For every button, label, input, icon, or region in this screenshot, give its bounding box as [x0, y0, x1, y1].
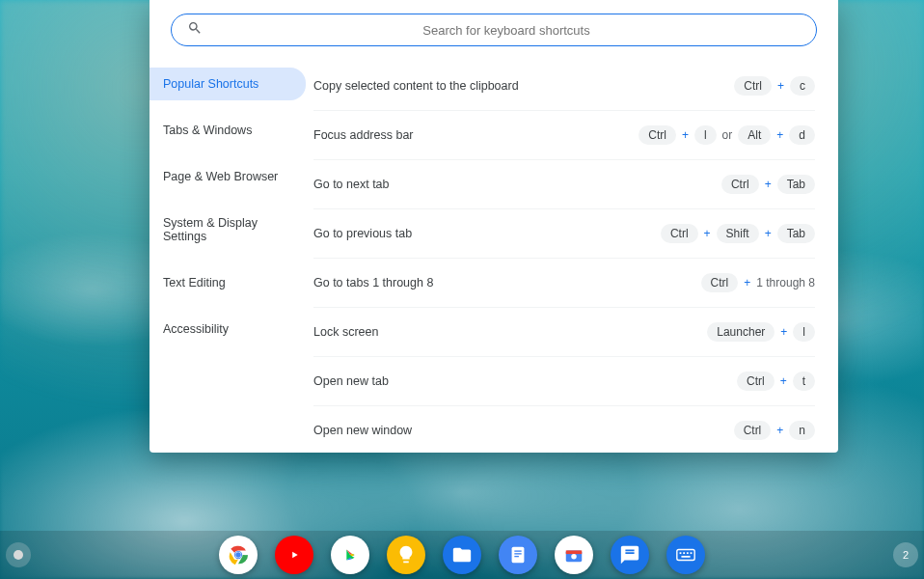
app-keep-icon[interactable]	[387, 536, 425, 574]
plus-icon: +	[704, 227, 711, 240]
svg-rect-16	[691, 552, 693, 554]
svg-rect-13	[680, 552, 682, 554]
sidebar-item-system-display-settings[interactable]: System & Display Settings	[149, 207, 306, 253]
key-badge: l	[694, 125, 717, 145]
app-keyboard-icon[interactable]	[666, 536, 705, 574]
app-messages-icon[interactable]	[611, 536, 649, 574]
key-badge: Ctrl	[721, 175, 759, 194]
plus-icon: +	[780, 374, 787, 388]
svg-rect-12	[677, 550, 694, 561]
svg-rect-17	[681, 556, 690, 558]
key-badge: Shift	[717, 224, 759, 243]
svg-rect-10	[566, 550, 583, 554]
sidebar-item-popular-shortcuts[interactable]: Popular Shortcuts	[149, 68, 306, 100]
app-docs-icon[interactable]	[499, 536, 537, 574]
key-badge: d	[789, 125, 815, 145]
shortcut-label: Open new window	[313, 424, 734, 437]
status-label: 2	[903, 549, 909, 561]
shortcut-label: Go to next tab	[313, 178, 721, 191]
svg-rect-6	[514, 550, 521, 551]
shortcut-list: Copy selected content to the clipboardCt…	[313, 54, 838, 453]
key-badge: Ctrl	[737, 372, 775, 391]
search-input[interactable]	[212, 23, 801, 38]
svg-rect-5	[512, 547, 525, 564]
key-text: 1 through 8	[756, 276, 815, 290]
shortcut-label: Go to previous tab	[313, 227, 661, 240]
app-webstore-icon[interactable]	[555, 536, 593, 574]
window-body: Popular ShortcutsTabs & WindowsPage & We…	[149, 54, 838, 453]
plus-icon: +	[777, 79, 784, 93]
shortcut-row: Copy selected content to the clipboardCt…	[313, 62, 815, 111]
shortcut-row: Go to next tabCtrl+Tab	[313, 160, 815, 209]
key-badge: l	[793, 322, 815, 342]
key-badge: Tab	[777, 175, 815, 194]
sidebar-item-tabs-windows[interactable]: Tabs & Windows	[149, 114, 306, 147]
shortcut-label: Open new tab	[313, 374, 737, 388]
key-badge: Ctrl	[734, 76, 772, 96]
svg-rect-7	[514, 553, 521, 554]
key-badge: Launcher	[707, 322, 775, 342]
plus-icon: +	[776, 128, 783, 142]
key-badge: Ctrl	[701, 273, 739, 292]
search-bar[interactable]	[171, 14, 817, 46]
shortcut-keys: Launcher+l	[707, 322, 815, 342]
key-badge: Tab	[777, 224, 815, 243]
shortcut-keys: Ctrl+c	[734, 76, 815, 96]
plus-icon: +	[765, 178, 772, 191]
shortcuts-app-window: Popular ShortcutsTabs & WindowsPage & We…	[149, 0, 838, 453]
key-badge: n	[789, 421, 815, 440]
shortcut-keys: Ctrl+1 through 8	[701, 273, 815, 292]
key-badge: Ctrl	[661, 224, 698, 243]
sidebar-item-page-web-browser[interactable]: Page & Web Browser	[149, 160, 306, 193]
sidebar-item-accessibility[interactable]: Accessibility	[149, 313, 306, 345]
shortcut-keys: Ctrl+Tab	[721, 175, 815, 194]
shortcut-row: Focus address barCtrl+lorAlt+d	[313, 111, 815, 160]
app-youtube-icon[interactable]	[275, 536, 313, 574]
shortcut-keys: Ctrl+t	[737, 372, 815, 391]
svg-rect-8	[514, 556, 519, 557]
status-tray[interactable]: 2	[893, 542, 918, 567]
plus-icon: +	[776, 424, 783, 437]
app-files-icon[interactable]	[443, 536, 481, 574]
svg-point-11	[571, 554, 577, 560]
plus-icon: +	[682, 128, 689, 142]
key-text: or	[722, 128, 733, 142]
svg-point-3	[235, 552, 241, 558]
svg-rect-14	[683, 552, 685, 554]
shortcut-row: Lock screenLauncher+l	[313, 308, 815, 357]
key-badge: Ctrl	[734, 421, 772, 440]
shortcut-label: Go to tabs 1 through 8	[313, 276, 701, 290]
shelf	[0, 531, 924, 579]
app-play-icon[interactable]	[331, 536, 369, 574]
shortcut-label: Lock screen	[313, 325, 707, 339]
shortcut-row: Open new tabCtrl+t	[313, 357, 815, 406]
shortcut-row: Go to previous tabCtrl+Shift+Tab	[313, 209, 815, 259]
key-badge: c	[790, 76, 815, 96]
sidebar: Popular ShortcutsTabs & WindowsPage & We…	[149, 54, 313, 453]
plus-icon: +	[744, 276, 750, 290]
shortcut-label: Focus address bar	[313, 128, 639, 142]
shortcut-keys: Ctrl+n	[734, 421, 815, 440]
svg-rect-15	[687, 552, 689, 554]
key-badge: Alt	[738, 125, 771, 145]
key-badge: t	[793, 372, 815, 391]
shortcut-keys: Ctrl+Shift+Tab	[661, 224, 815, 243]
search-icon	[187, 20, 203, 40]
shortcut-row: Go to tabs 1 through 8Ctrl+1 through 8	[313, 259, 815, 308]
shortcut-keys: Ctrl+lorAlt+d	[639, 125, 815, 145]
shortcut-row: Open new windowCtrl+n	[313, 406, 815, 453]
plus-icon: +	[765, 227, 772, 240]
app-chrome-icon[interactable]	[219, 536, 258, 574]
shortcut-label: Copy selected content to the clipboard	[313, 79, 734, 93]
plus-icon: +	[780, 325, 787, 339]
key-badge: Ctrl	[639, 125, 676, 145]
sidebar-item-text-editing[interactable]: Text Editing	[149, 266, 306, 299]
